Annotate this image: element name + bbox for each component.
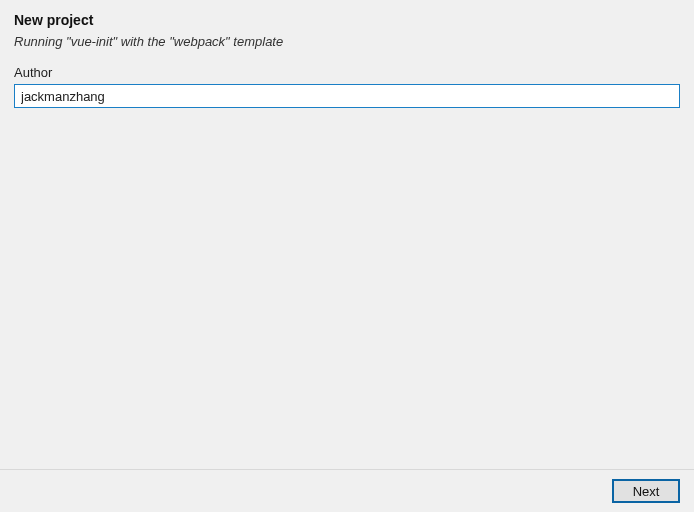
next-button[interactable]: Next	[612, 479, 680, 503]
page-subtitle: Running "vue-init" with the "webpack" te…	[14, 34, 680, 49]
main-content: New project Running "vue-init" with the …	[0, 0, 694, 469]
page-title: New project	[14, 12, 680, 28]
author-input[interactable]	[14, 84, 680, 108]
footer-bar: Next	[0, 469, 694, 512]
author-label: Author	[14, 65, 680, 80]
